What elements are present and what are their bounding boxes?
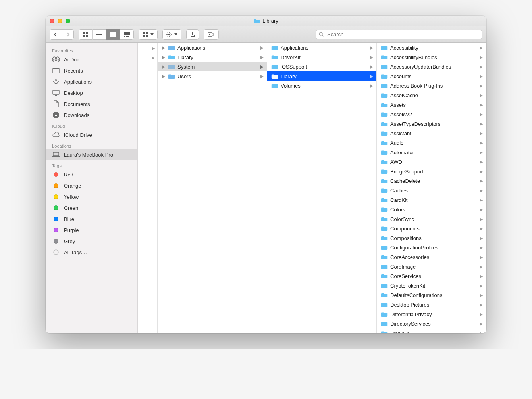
file-row[interactable]: ▶ Users▶ — [158, 71, 267, 81]
share-button[interactable] — [186, 29, 199, 40]
sidebar-item-recents[interactable]: Recents — [46, 65, 137, 76]
file-row-label: Address Book Plug-Ins — [390, 83, 477, 89]
file-row-label: ColorSync — [390, 216, 477, 222]
forward-button[interactable] — [62, 29, 74, 40]
file-row[interactable]: CacheDelete▶ — [377, 176, 486, 186]
folder-icon — [381, 111, 388, 117]
file-row[interactable]: BridgeSupport▶ — [377, 167, 486, 176]
tags-button[interactable] — [204, 29, 219, 40]
file-row[interactable]: Components▶ — [377, 224, 486, 233]
file-row[interactable]: CoreAccessories▶ — [377, 252, 486, 262]
file-row[interactable]: ColorSync▶ — [377, 214, 486, 224]
file-row-label: Components — [390, 226, 477, 232]
sidebar-item-green[interactable]: Green — [46, 202, 137, 213]
file-row[interactable]: ▶ Library▶ — [158, 52, 267, 62]
file-row[interactable]: Applications▶ — [267, 43, 376, 52]
file-row[interactable]: Volumes▶ — [267, 81, 376, 90]
file-row[interactable]: Automator▶ — [377, 148, 486, 157]
column-view-button[interactable] — [106, 29, 120, 40]
file-row[interactable]: AccessoryUpdaterBundles▶ — [377, 62, 486, 71]
sidebar-item-desktop[interactable]: Desktop — [46, 87, 137, 98]
file-row[interactable]: AssetTypeDescriptors▶ — [377, 119, 486, 129]
file-row[interactable]: iOSSupport▶ — [267, 62, 376, 71]
svg-line-25 — [170, 33, 171, 33]
file-row-label: Automator — [390, 150, 477, 155]
disclosure-triangle[interactable]: ▶ — [162, 45, 166, 50]
file-row[interactable]: DirectoryServices▶ — [377, 319, 486, 328]
chevron-right-icon: ▶ — [260, 74, 264, 79]
file-row[interactable]: ▶ System▶ — [158, 62, 267, 71]
file-row[interactable]: Desktop Pictures▶ — [377, 300, 486, 309]
file-row[interactable]: Compositions▶ — [377, 233, 486, 243]
back-button[interactable] — [50, 29, 62, 40]
file-row[interactable]: AccessibilityBundles▶ — [377, 52, 486, 62]
chevron-right-icon: ▶ — [480, 236, 484, 241]
sidebar-item-purple[interactable]: Purple — [46, 224, 137, 236]
sidebar-item-red[interactable]: Red — [46, 169, 137, 180]
sidebar-item-icloud-drive[interactable]: iCloud Drive — [46, 129, 137, 140]
file-row[interactable]: Displays▶ — [377, 328, 486, 333]
disclosure-triangle[interactable]: ▶ — [162, 55, 166, 60]
sidebar-item-yellow[interactable]: Yellow — [46, 191, 137, 202]
sidebar-item-label: AirDrop — [64, 57, 81, 63]
folder-icon — [381, 45, 388, 50]
file-row[interactable]: CoreServices▶ — [377, 271, 486, 281]
file-row[interactable]: AWD▶ — [377, 157, 486, 167]
sidebar-item-laura-s-macbook-pro[interactable]: Laura's MacBook Pro — [46, 149, 137, 160]
file-row[interactable]: AssetsV2▶ — [377, 109, 486, 119]
file-row[interactable]: Address Book Plug-Ins▶ — [377, 81, 486, 90]
file-row[interactable]: CoreImage▶ — [377, 262, 486, 271]
file-row[interactable]: AssetCache▶ — [377, 90, 486, 100]
column-root-chevron: ▶ — [152, 43, 157, 53]
file-row[interactable]: Assistant▶ — [377, 129, 486, 138]
sidebar-section-label: Tags — [46, 160, 137, 169]
folder-icon — [381, 92, 388, 98]
tag-icon — [52, 228, 60, 232]
zoom-window-button[interactable] — [66, 19, 70, 23]
svg-line-26 — [167, 36, 168, 36]
sidebar-item-all-tags-[interactable]: All Tags… — [46, 247, 137, 258]
minimize-window-button[interactable] — [58, 19, 62, 23]
tag-icon — [52, 183, 60, 188]
disclosure-triangle[interactable]: ▶ — [162, 64, 166, 69]
folder-icon — [381, 73, 388, 79]
file-row[interactable]: ConfigurationProfiles▶ — [377, 243, 486, 252]
file-row-label: DifferentialPrivacy — [390, 311, 477, 317]
file-row[interactable]: Colors▶ — [377, 205, 486, 214]
file-row[interactable]: CardKit▶ — [377, 195, 486, 205]
file-row[interactable]: DefaultsConfigurations▶ — [377, 290, 486, 300]
gallery-view-button[interactable] — [120, 29, 134, 40]
sidebar-item-grey[interactable]: Grey — [46, 236, 137, 247]
window-title: Library — [46, 18, 486, 24]
file-row[interactable]: DifferentialPrivacy▶ — [377, 309, 486, 319]
search-input[interactable] — [326, 31, 479, 38]
sidebar-item-orange[interactable]: Orange — [46, 180, 137, 191]
sidebar-item-blue[interactable]: Blue — [46, 213, 137, 224]
file-row[interactable]: Audio▶ — [377, 138, 486, 148]
file-row[interactable]: ▶ Applications▶ — [158, 43, 267, 52]
sidebar-item-downloads[interactable]: Downloads — [46, 109, 137, 121]
file-row[interactable]: Library▶ — [267, 71, 376, 81]
icon-view-button[interactable] — [79, 29, 93, 40]
sidebar-section-label: Locations — [46, 140, 137, 149]
chevron-right-icon: ▶ — [480, 217, 484, 222]
arrange-menu[interactable] — [139, 29, 158, 40]
sidebar-item-documents[interactable]: Documents — [46, 98, 137, 109]
list-view-button[interactable] — [93, 29, 106, 40]
chevron-right-icon: ▶ — [370, 45, 374, 50]
search-field[interactable] — [316, 30, 482, 39]
file-row[interactable]: Accounts▶ — [377, 71, 486, 81]
column-0: ▶ Applications▶▶ Library▶▶ System▶▶ User… — [158, 43, 267, 333]
sidebar-item-airdrop[interactable]: AirDrop — [46, 54, 137, 65]
svg-line-29 — [322, 35, 324, 36]
chevron-right-icon: ▶ — [480, 283, 484, 288]
file-row[interactable]: DriverKit▶ — [267, 52, 376, 62]
disclosure-triangle[interactable]: ▶ — [162, 74, 166, 79]
action-menu[interactable] — [162, 29, 181, 40]
file-row[interactable]: Caches▶ — [377, 186, 486, 195]
file-row[interactable]: Assets▶ — [377, 100, 486, 109]
file-row[interactable]: Accessibility▶ — [377, 43, 486, 52]
close-window-button[interactable] — [50, 19, 54, 23]
sidebar-item-applications[interactable]: Applications — [46, 76, 137, 87]
file-row[interactable]: CryptoTokenKit▶ — [377, 281, 486, 290]
